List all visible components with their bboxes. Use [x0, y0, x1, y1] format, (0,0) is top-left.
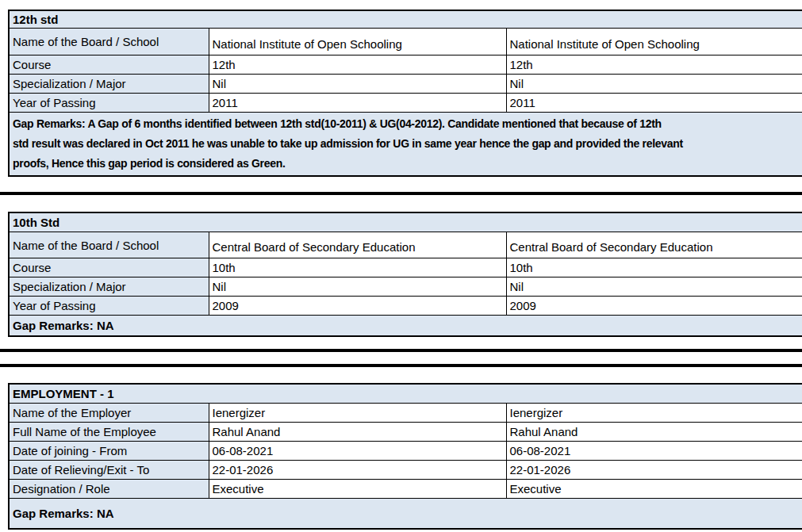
row-label: Date of Relieving/Exit - To: [9, 461, 209, 480]
section-title: 12th std: [9, 10, 802, 28]
row-label: Specialization / Major: [9, 277, 209, 297]
separator-line: [0, 192, 802, 195]
section-header-12th-std: 12th std: [9, 10, 802, 28]
section-title: EMPLOYMENT - 1: [9, 384, 802, 404]
separator-line: [0, 364, 802, 367]
row-value: Central Board of Secondary Education: [209, 232, 506, 258]
row-value: 2011: [209, 93, 506, 112]
row-value: Executive: [506, 480, 802, 499]
gap-remarks: Gap Remarks: A Gap of 6 months identifie…: [9, 112, 802, 176]
section-header-10th-std: 10th Std: [9, 212, 802, 232]
row-value: Rahul Anand: [506, 423, 802, 442]
row-value: 2011: [506, 93, 802, 112]
row-label: Date of joining - From: [9, 442, 209, 461]
row-value: Ienergizer: [209, 404, 506, 423]
row-value: Nil: [506, 74, 802, 93]
row-value: 10th: [506, 258, 802, 277]
table-row: Full Name of the Employee Rahul Anand Ra…: [9, 423, 802, 442]
row-value: Ienergizer: [506, 404, 802, 423]
row-label: Year of Passing: [9, 93, 209, 112]
gap-remarks: Gap Remarks: NA: [9, 316, 802, 336]
row-value: 2009: [506, 297, 802, 316]
row-value: 06-08-2021: [209, 442, 506, 461]
table-row: Specialization / Major Nil Nil: [9, 277, 802, 297]
row-value: Rahul Anand: [209, 423, 506, 442]
row-value: 06-08-2021: [506, 442, 802, 461]
gap-remarks: Gap Remarks: NA: [9, 499, 802, 529]
row-value: National Institute of Open Schooling: [209, 28, 506, 55]
table-row: Year of Passing 2011 2011: [9, 93, 802, 112]
table-row: Name of the Board / School National Inst…: [9, 28, 802, 55]
section-title: 10th Std: [9, 212, 802, 232]
row-value: 2009: [209, 297, 506, 316]
table-row: Name of the Employer Ienergizer Ienergiz…: [9, 404, 802, 423]
table-row: Name of the Board / School Central Board…: [9, 232, 802, 258]
table-row: Course 10th 10th: [9, 258, 802, 277]
row-value: Nil: [209, 277, 506, 297]
row-value: 10th: [209, 258, 506, 277]
row-label: Year of Passing: [9, 297, 209, 316]
row-value: 22-01-2026: [506, 461, 802, 480]
gap-remarks-line: std result was declared in Oct 2011 he w…: [13, 134, 800, 154]
row-label: Course: [9, 258, 209, 277]
gap-remarks-row: Gap Remarks: NA: [9, 499, 802, 529]
section-header-employment-1: EMPLOYMENT - 1: [9, 384, 802, 404]
row-label: Name of the Board / School: [9, 232, 209, 258]
row-label: Course: [9, 55, 209, 74]
row-label: Designation / Role: [9, 480, 209, 499]
row-value: Nil: [506, 277, 802, 297]
table-row: Date of Relieving/Exit - To 22-01-2026 2…: [9, 461, 802, 480]
gap-remarks-row: Gap Remarks: A Gap of 6 months identifie…: [9, 112, 802, 176]
row-value: Nil: [209, 74, 506, 93]
table-row: Course 12th 12th: [9, 55, 802, 74]
row-label: Name of the Employer: [9, 404, 209, 423]
table-10th-std: 10th Std Name of the Board / School Cent…: [8, 212, 802, 337]
row-value: National Institute of Open Schooling: [506, 28, 802, 55]
row-label: Full Name of the Employee: [9, 423, 209, 442]
table-row: Specialization / Major Nil Nil: [9, 74, 802, 93]
gap-remarks-line: Gap Remarks: A Gap of 6 months identifie…: [13, 114, 800, 134]
gap-remarks-row: Gap Remarks: NA: [9, 316, 802, 336]
table-employment-1: EMPLOYMENT - 1 Name of the Employer Iene…: [8, 383, 802, 530]
table-row: Year of Passing 2009 2009: [9, 297, 802, 316]
gap-remarks-line: proofs, Hence this gap period is conside…: [13, 154, 800, 174]
row-label: Name of the Board / School: [9, 28, 209, 55]
row-value: Central Board of Secondary Education: [506, 232, 802, 258]
row-label: Specialization / Major: [9, 74, 209, 93]
report-sheet: 12th std Name of the Board / School Nati…: [0, 0, 802, 532]
separator-line: [0, 349, 802, 352]
row-value: 22-01-2026: [209, 461, 506, 480]
table-row: Date of joining - From 06-08-2021 06-08-…: [9, 442, 802, 461]
row-value: 12th: [209, 55, 506, 74]
table-12th-std: 12th std Name of the Board / School Nati…: [8, 10, 802, 177]
table-row: Designation / Role Executive Executive: [9, 480, 802, 499]
row-value: 12th: [506, 55, 802, 74]
row-value: Executive: [209, 480, 506, 499]
